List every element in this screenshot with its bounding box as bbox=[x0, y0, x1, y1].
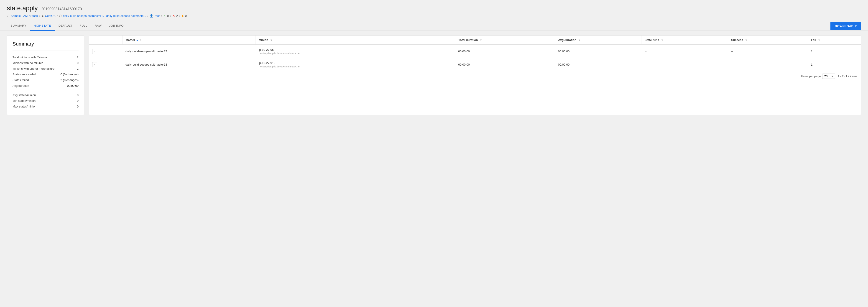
col-master-label: Master bbox=[126, 38, 135, 42]
summary-row: Min states/minion0 bbox=[12, 98, 79, 103]
breadcrumb-minions[interactable]: daily-build-secops-saltmaster17, daily-b… bbox=[63, 14, 146, 18]
summary-row: Minions with one or more failure2 bbox=[12, 66, 79, 71]
col-total-duration[interactable]: Total duration ▼ bbox=[455, 35, 555, 44]
summary-row: States failed2 (0 changes) bbox=[12, 77, 79, 83]
success-cell-1: -- bbox=[728, 58, 808, 71]
table-header-row: Master ▲ ▼ Minion ▼ bbox=[89, 35, 861, 44]
summary-row: Avg duration00:00:00 bbox=[12, 83, 79, 89]
fail-cell-0: 1 bbox=[808, 44, 861, 58]
col-success-label: Success bbox=[731, 38, 743, 42]
success-filter-icon[interactable]: ▼ bbox=[745, 39, 748, 41]
tab-raw[interactable]: RAW bbox=[91, 21, 105, 31]
table-footer: Items per page 20 50 100 1 - 2 of 2 item… bbox=[89, 71, 861, 81]
total-duration-cell-1: 00:00:00 bbox=[455, 58, 555, 71]
col-avg-duration[interactable]: Avg duration ▼ bbox=[555, 35, 642, 44]
breadcrumb: ⬡ Sample LAMP Stack / ◈ CentOS / ⬡ daily… bbox=[7, 14, 861, 18]
avg-duration-cell-1: 00:00:00 bbox=[555, 58, 642, 71]
expand-cell-1: › bbox=[89, 58, 122, 71]
fail-filter-icon[interactable]: ▼ bbox=[818, 39, 820, 41]
tab-full[interactable]: FULL bbox=[76, 21, 91, 31]
summary-row-value: 2 bbox=[77, 67, 79, 70]
items-per-page-control: Items per page 20 50 100 bbox=[801, 73, 835, 79]
summary-row: States succeeded0 (0 changes) bbox=[12, 71, 79, 77]
per-page-select[interactable]: 20 50 100 bbox=[822, 73, 835, 79]
breadcrumb-sep-3: / bbox=[147, 14, 148, 18]
summary-row-value: 0 bbox=[77, 99, 79, 102]
breadcrumb-stack[interactable]: Sample LAMP Stack bbox=[11, 14, 38, 18]
col-fail[interactable]: Fail ▼ bbox=[808, 35, 861, 44]
success-cell-0: -- bbox=[728, 44, 808, 58]
breadcrumb-sep-5: / bbox=[170, 14, 171, 18]
state-runs-cell-0: -- bbox=[642, 44, 728, 58]
sort-desc-icon[interactable]: ▼ bbox=[139, 39, 142, 41]
col-avg-label: Avg duration bbox=[558, 38, 576, 42]
download-label: DOWNLOAD bbox=[835, 24, 854, 28]
tab-highstate[interactable]: HIGHSTATE bbox=[30, 21, 55, 31]
expand-button-1[interactable]: › bbox=[92, 62, 97, 67]
os-icon: ◈ bbox=[41, 14, 44, 18]
summary-row: Avg states/minion0 bbox=[12, 92, 79, 98]
stateruns-filter-icon[interactable]: ▼ bbox=[661, 39, 663, 41]
summary-row-value: 2 (0 changes) bbox=[61, 78, 79, 82]
expand-cell-0: › bbox=[89, 44, 122, 58]
items-per-page-label: Items per page bbox=[801, 74, 821, 78]
summary-row-label: Total minions with Returns bbox=[12, 56, 47, 59]
check-icon: ✓ bbox=[163, 14, 166, 18]
avg-filter-icon[interactable]: ▼ bbox=[578, 39, 581, 41]
breadcrumb-os[interactable]: CentOS bbox=[45, 14, 56, 18]
breadcrumb-sep-2: / bbox=[57, 14, 58, 18]
col-success[interactable]: Success ▼ bbox=[728, 35, 808, 44]
minion-main-1: ip-10-27-91- bbox=[259, 61, 452, 65]
tab-summary[interactable]: SUMMARY bbox=[7, 21, 30, 31]
fail-cell-1: 1 bbox=[808, 58, 861, 71]
expand-button-0[interactable]: › bbox=[92, 49, 97, 54]
total-duration-cell-0: 00:00:00 bbox=[455, 44, 555, 58]
summary-row-label: Avg duration bbox=[12, 84, 29, 88]
col-stateruns-label: State runs bbox=[645, 38, 659, 42]
summary-row-label: Min states/minion bbox=[12, 99, 35, 102]
tab-default[interactable]: DEFAULT bbox=[55, 21, 76, 31]
page-title: state.apply bbox=[7, 5, 38, 12]
minion-filter-icon[interactable]: ▼ bbox=[270, 39, 273, 41]
state-runs-cell-1: -- bbox=[642, 58, 728, 71]
minion-sub-1: *.enterprise.priv.dev.aws.saltstack.net bbox=[259, 65, 452, 68]
minion-cell-0: ip-10-27-95- *.enterprise.priv.dev.aws.s… bbox=[255, 44, 455, 58]
minion-sub-0: *.enterprise.priv.dev.aws.saltstack.net bbox=[259, 52, 452, 55]
pagination-info: 1 - 2 of 2 items bbox=[838, 74, 857, 78]
tabs-bar: SUMMARY HIGHSTATE DEFAULT FULL RAW JOB I… bbox=[0, 21, 868, 31]
diamond-icon: ◆ bbox=[182, 14, 184, 18]
table-row: › daily-build-secops-saltmaster18 ip-10-… bbox=[89, 58, 861, 71]
summary-card: Summary Total minions with Returns2Minio… bbox=[7, 35, 84, 115]
sort-asc-icon[interactable]: ▲ bbox=[136, 39, 138, 41]
download-chevron-icon: ▾ bbox=[855, 24, 857, 28]
summary-title: Summary bbox=[12, 41, 79, 51]
summary-row: Total minions with Returns2 bbox=[12, 55, 79, 60]
breadcrumb-user[interactable]: root bbox=[155, 14, 160, 18]
summary-row-value: 00:00:00 bbox=[67, 84, 79, 88]
x-icon: ✕ bbox=[173, 14, 175, 18]
breadcrumb-sep-4: / bbox=[161, 14, 162, 18]
breadcrumb-sep-1: / bbox=[39, 14, 40, 18]
col-total-label: Total duration bbox=[458, 38, 478, 42]
data-table: Master ▲ ▼ Minion ▼ bbox=[89, 35, 861, 115]
col-master[interactable]: Master ▲ ▼ bbox=[122, 35, 255, 44]
total-filter-icon[interactable]: ▼ bbox=[480, 39, 482, 41]
summary-row: Max states/minion0 bbox=[12, 103, 79, 109]
download-button[interactable]: DOWNLOAD ▾ bbox=[830, 22, 861, 30]
avg-duration-cell-0: 00:00:00 bbox=[555, 44, 642, 58]
summary-row-label: Minions with one or more failure bbox=[12, 67, 55, 70]
summary-row-label: Minions with no failures bbox=[12, 61, 43, 65]
summary-row-value: 2 bbox=[77, 56, 79, 59]
summary-row-label: States failed bbox=[12, 78, 29, 82]
col-state-runs[interactable]: State runs ▼ bbox=[642, 35, 728, 44]
master-cell-1: daily-build-secops-saltmaster18 bbox=[122, 58, 255, 71]
col-minion[interactable]: Minion ▼ bbox=[255, 35, 455, 44]
summary-row-value: 0 bbox=[77, 61, 79, 65]
summary-row-label: States succeeded bbox=[12, 73, 36, 76]
minion-icon: ⬡ bbox=[59, 14, 61, 18]
col-minion-label: Minion bbox=[259, 38, 268, 42]
minion-cell-1: ip-10-27-91- *.enterprise.priv.dev.aws.s… bbox=[255, 58, 455, 71]
col-expand bbox=[89, 35, 122, 44]
diamond-count: 0 bbox=[185, 14, 187, 18]
tab-jobinfo[interactable]: JOB INFO bbox=[105, 21, 127, 31]
